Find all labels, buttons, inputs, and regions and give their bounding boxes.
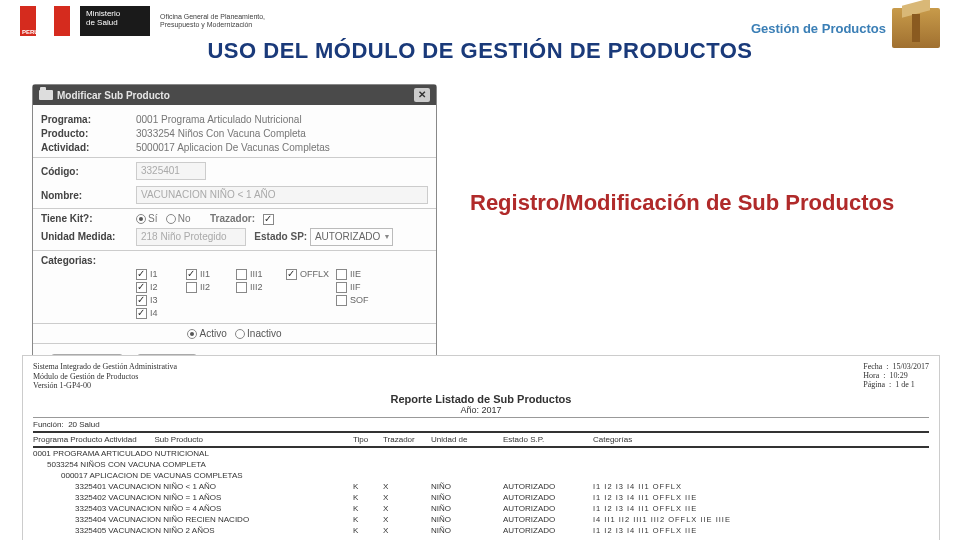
label-tiene-kit: Tiene Kit?: [41,213,136,224]
gestion-productos-badge: Gestión de Productos [751,8,940,48]
modify-subproduct-dialog: Modificar Sub Producto ✕ Programa:0001 P… [32,84,437,385]
radio-inactivo[interactable] [235,329,245,339]
radio-si[interactable] [136,214,146,224]
report-row: 5033254 NIÑOS CON VACUNA COMPLETA [33,459,929,470]
label-estado-sp: Estado SP: [254,231,307,242]
label-programa: Programa: [41,114,136,125]
label-actividad: Actividad: [41,142,136,153]
office-label: Oficina General de Planeamiento, Presupu… [160,13,265,30]
minsa-logo: Ministerio de Salud [80,6,150,36]
label-trazador: Trazador: [210,213,255,224]
report-rows: 0001 PROGRAMA ARTICULADO NUTRICIONAL5033… [33,448,929,536]
dialog-title: Modificar Sub Producto [57,90,170,101]
side-heading: Registro/Modificación de Sub Productos [470,190,894,216]
radio-no[interactable] [166,214,176,224]
cat-offlx[interactable] [286,269,297,280]
report-row: 0001 PROGRAMA ARTICULADO NUTRICIONAL [33,448,929,459]
cat-ii1[interactable] [186,269,197,280]
unidad-medida-input[interactable]: 218 Niño Protegido [136,228,246,246]
kit-radio-group: Sí No Trazador: [136,213,428,225]
folder-icon [39,90,53,100]
label-nombre: Nombre: [41,190,136,201]
estado-radio-group: Activo Inactivo [187,328,281,339]
categories-grid: I1 II1 III1 OFFLX IIE I2 II2 III2 IIF I3… [136,269,428,319]
cat-iif[interactable] [336,282,347,293]
label-unidad-medida: Unidad Medida: [41,231,136,242]
report-panel: Sistema Integrado de Gestión Administrat… [22,355,940,540]
codigo-input[interactable]: 3325401 [136,162,206,180]
cat-i4[interactable] [136,308,147,319]
peru-logo: PERÚ [20,6,70,36]
radio-activo[interactable] [187,329,197,339]
report-row: 3325401 VACUNACION NIÑO < 1 AÑOKXNIÑOAUT… [33,481,929,492]
trazador-checkbox[interactable] [263,214,274,225]
package-box-icon [892,8,940,48]
report-row: 3325404 VACUNACION NIÑO RECIEN NACIDOKXN… [33,514,929,525]
report-row: 3325402 VACUNACION NIÑO = 1 AÑOSKXNIÑOAU… [33,492,929,503]
value-actividad: 5000017 Aplicacion De Vacunas Completas [136,142,428,153]
dialog-body: Programa:0001 Programa Articulado Nutric… [33,105,436,384]
label-categorias: Categorias: [41,255,136,266]
cat-ii2[interactable] [186,282,197,293]
nombre-input[interactable]: VACUNACION NIÑO < 1 AÑO [136,186,428,204]
label-producto: Producto: [41,128,136,139]
report-meta: Fecha:15/03/2017 Hora:10:29 Página:1 de … [863,362,929,391]
funcion-label: Función: [33,420,64,429]
gestion-text: Gestión de Productos [751,21,886,36]
label-codigo: Código: [41,166,136,177]
minsa-line2: de Salud [86,19,144,28]
report-subtitle: Año: 2017 [33,405,929,415]
report-column-headers: Programa Producto Actividad Sub Producto… [33,431,929,448]
funcion-value: 20 Salud [68,420,100,429]
value-programa: 0001 Programa Articulado Nutricional [136,114,428,125]
peru-label: PERÚ [22,29,39,35]
cat-i3[interactable] [136,295,147,306]
estado-sp-select[interactable]: AUTORIZADO [310,228,393,246]
cat-iie[interactable] [336,269,347,280]
dialog-titlebar[interactable]: Modificar Sub Producto ✕ [33,85,436,105]
value-producto: 3033254 Niños Con Vacuna Completa [136,128,428,139]
cat-i2[interactable] [136,282,147,293]
close-icon[interactable]: ✕ [414,88,430,102]
cat-i1[interactable] [136,269,147,280]
report-row: 000017 APLICACION DE VACUNAS COMPLETAS [33,470,929,481]
cat-iii2[interactable] [236,282,247,293]
cat-sof[interactable] [336,295,347,306]
cat-iii1[interactable] [236,269,247,280]
report-row: 3325403 VACUNACION NIÑO = 4 AÑOSKXNIÑOAU… [33,503,929,514]
report-row: 3325405 VACUNACION NIÑO 2 AÑOSKXNIÑOAUTO… [33,525,929,536]
report-title: Reporte Listado de Sub Productos [33,393,929,405]
report-sysinfo: Sistema Integrado de Gestión Administrat… [33,362,177,391]
